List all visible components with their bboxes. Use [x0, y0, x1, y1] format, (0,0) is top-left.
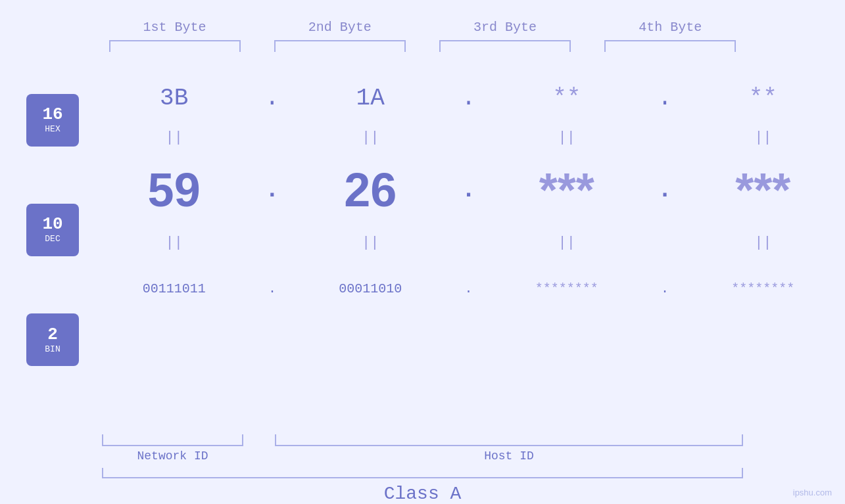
network-bracket	[102, 434, 243, 446]
dec-badge: 10 DEC	[26, 204, 79, 256]
bin-byte4: ********	[697, 281, 829, 296]
badges-column: 16 HEX 10 DEC 2 BIN	[0, 58, 92, 434]
eq8: ||	[697, 235, 829, 251]
hex-byte4: **	[697, 85, 829, 112]
bracket-byte1	[109, 40, 241, 52]
byte1-header: 1st Byte	[109, 20, 241, 35]
dec-dot2: .	[455, 177, 481, 204]
bin-dot3: .	[652, 281, 678, 296]
byte-headers-row: 1st Byte 2nd Byte 3rd Byte 4th Byte	[0, 20, 845, 35]
class-label: Class A	[384, 484, 462, 504]
class-row: Class A	[0, 484, 845, 504]
byte4-header: 4th Byte	[604, 20, 736, 35]
network-id-label: Network ID	[102, 449, 243, 463]
hex-byte3: **	[501, 85, 633, 112]
hex-dot2: .	[455, 85, 481, 112]
host-id-label: Host ID	[275, 449, 743, 463]
hex-dot3: .	[652, 85, 678, 112]
dec-byte1: 59	[109, 163, 240, 217]
data-column: 3B . 1A . ** . ** || || || || 59	[92, 58, 845, 434]
hex-byte2: 1A	[304, 85, 436, 112]
dot-spacer	[243, 434, 275, 446]
bin-byte1: 00111011	[109, 281, 240, 296]
eq3: ||	[501, 129, 633, 146]
bracket-byte2	[274, 40, 406, 52]
bin-byte2: 00011010	[304, 281, 436, 296]
eq1: ||	[109, 129, 240, 146]
bin-dot1: .	[259, 281, 285, 296]
bracket-byte3	[439, 40, 571, 52]
main-container: 1st Byte 2nd Byte 3rd Byte 4th Byte 16 H…	[0, 0, 845, 504]
hex-byte1: 3B	[109, 85, 240, 112]
network-host-labels: Network ID Host ID	[102, 449, 743, 463]
equals-row-2: || || || ||	[92, 229, 845, 256]
eq4: ||	[697, 129, 829, 146]
equals-row-1: || || || ||	[92, 124, 845, 150]
hex-dot1: .	[259, 85, 285, 112]
bin-badge: 2 BIN	[26, 313, 79, 366]
dec-byte4: ***	[697, 163, 829, 217]
bin-dot2: .	[455, 281, 481, 296]
dec-byte2: 26	[304, 163, 436, 217]
watermark: ipshu.com	[793, 488, 832, 497]
hex-badge: 16 HEX	[26, 94, 79, 147]
full-width-bracket	[102, 468, 743, 478]
bin-byte3: ********	[501, 281, 633, 296]
byte3-header: 3rd Byte	[439, 20, 571, 35]
eq6: ||	[304, 235, 436, 251]
top-brackets	[0, 40, 845, 52]
bracket-byte4	[604, 40, 736, 52]
eq5: ||	[109, 235, 240, 251]
byte2-header: 2nd Byte	[274, 20, 406, 35]
bin-values-row: 00111011 . 00011010 . ******** . *******…	[92, 256, 845, 321]
dec-values-row: 59 . 26 . *** . ***	[92, 150, 845, 229]
full-width-bracket-area	[0, 468, 845, 478]
bottom-brackets-area: Network ID Host ID	[0, 434, 845, 463]
dec-dot1: .	[259, 177, 285, 204]
eq2: ||	[304, 129, 436, 146]
network-host-brackets	[102, 434, 743, 446]
host-bracket	[275, 434, 743, 446]
dec-byte3: ***	[501, 163, 633, 217]
hex-values-row: 3B . 1A . ** . **	[92, 58, 845, 124]
main-grid: 16 HEX 10 DEC 2 BIN 3B . 1A . ** . **	[0, 58, 845, 434]
dec-dot3: .	[652, 177, 678, 204]
eq7: ||	[501, 235, 633, 251]
